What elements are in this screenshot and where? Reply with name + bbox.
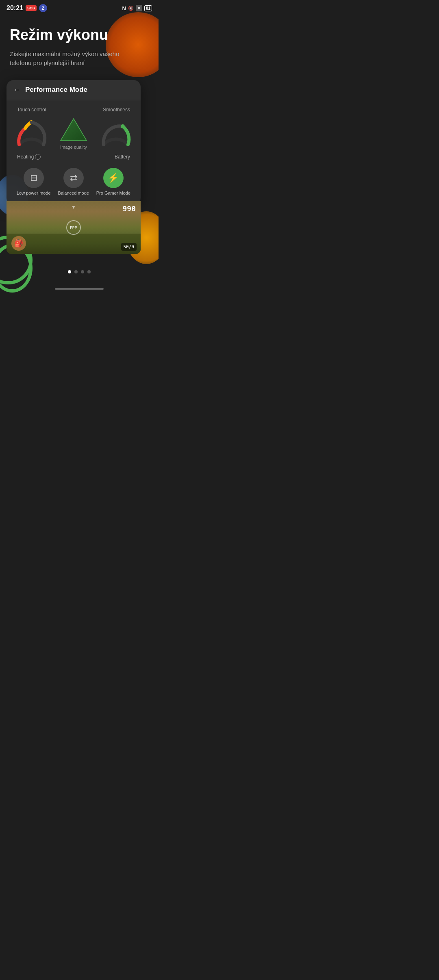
pro-gamer-icon: ⚡ <box>103 168 124 188</box>
page-subtitle: Získejte maximální možný výkon vašeho te… <box>10 50 124 68</box>
mute-icon: 🔇 <box>128 6 134 11</box>
balanced-mode-button[interactable]: ⇄ Balanced mode <box>58 168 89 195</box>
image-quality-label: Image quality <box>60 145 87 150</box>
touch-control-label: Touch control <box>17 107 46 113</box>
card-body: Touch control Smoothness <box>7 100 141 205</box>
left-gauge-svg <box>13 114 50 151</box>
balanced-icon: ⇄ <box>63 168 84 188</box>
status-bar: 20:21 SOS Z N 🔇 ✕ 81 <box>0 0 159 15</box>
home-bar-line <box>55 288 104 290</box>
pro-gamer-mode-button[interactable]: ⚡ Pro Gamer Mode <box>96 168 130 195</box>
game-inventory-button[interactable]: 🎒 <box>11 236 26 251</box>
low-power-mode-button[interactable]: ⊟ Low power mode <box>17 168 51 195</box>
card-header: ← Performance Mode <box>7 80 141 100</box>
card-title: Performance Mode <box>25 86 87 94</box>
svg-point-2 <box>121 124 125 128</box>
gauge-bottom-labels: Heating i Battery <box>13 154 134 160</box>
main-content: Režim výkonu Získejte maximální možný vý… <box>0 15 159 68</box>
back-button[interactable]: ← <box>13 86 20 94</box>
heating-info-icon[interactable]: i <box>35 154 41 160</box>
right-gauge <box>98 114 134 151</box>
dot-1[interactable] <box>68 270 71 273</box>
low-power-icon: ⊟ <box>24 168 44 188</box>
sos-badge: SOS <box>26 5 37 11</box>
nfc-icon: N <box>122 5 126 11</box>
down-arrow-icon: ▼ <box>71 204 76 210</box>
dot-3[interactable] <box>81 270 84 273</box>
status-right-icons: N 🔇 ✕ 81 <box>122 5 152 11</box>
balanced-label: Balanced mode <box>58 191 89 195</box>
center-area: Image quality <box>57 115 90 150</box>
game-weapon-ammo: 50/0 <box>121 243 137 251</box>
battery-indicator: 81 <box>144 5 152 11</box>
zenmode-badge: Z <box>39 4 47 12</box>
left-gauge <box>13 114 50 151</box>
mode-buttons: ⊟ Low power mode ⇄ Balanced mode ⚡ Pro G… <box>13 165 134 199</box>
low-power-label: Low power mode <box>17 191 51 195</box>
battery-label: Battery <box>115 154 130 160</box>
page-title: Režim výkonu <box>10 27 149 43</box>
heating-label: Heating i <box>17 154 41 160</box>
center-triangle-svg <box>57 115 90 144</box>
dot-4[interactable] <box>87 270 91 273</box>
right-gauge-svg <box>98 114 134 151</box>
terrain <box>7 234 141 254</box>
close-icon: ✕ <box>136 5 142 11</box>
gauges-row: Image quality <box>13 114 134 151</box>
battery-level: 81 <box>146 6 150 11</box>
pro-gamer-label: Pro Gamer Mode <box>96 191 130 195</box>
game-screenshot: 990 FPP 50/0 🎒 ▼ <box>7 201 141 254</box>
card-wrapper: ← Performance Mode Touch control Smoothn… <box>7 80 159 254</box>
svg-marker-1 <box>61 119 87 141</box>
game-ammo: 990 <box>122 204 136 213</box>
gauge-top-labels: Touch control Smoothness <box>13 107 134 113</box>
status-time: 20:21 <box>7 4 23 12</box>
game-fpp-indicator: FPP <box>66 220 81 235</box>
performance-card: ← Performance Mode Touch control Smoothn… <box>7 80 141 205</box>
smoothness-label: Smoothness <box>103 107 130 113</box>
dot-2[interactable] <box>74 270 78 273</box>
